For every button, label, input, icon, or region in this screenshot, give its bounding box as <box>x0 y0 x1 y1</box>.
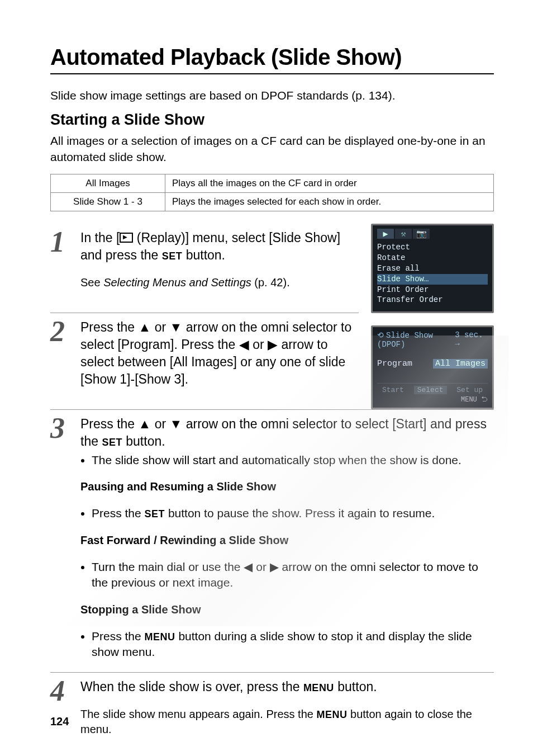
step-number: 4 <box>50 678 70 705</box>
bullet-item: Press the MENU button during a slide sho… <box>92 629 494 660</box>
page-title: Automated Playback (Slide Show) <box>50 45 494 70</box>
dpof-footer-select: Select <box>414 386 447 394</box>
step-lead: Press the ▲ or ▼ arrow on the omni selec… <box>80 415 494 450</box>
title-underline <box>50 73 494 74</box>
dpof-header-left: Slide Show (DPOF) <box>377 331 433 349</box>
option-label: All Images <box>51 174 165 193</box>
section-body: All images or a selection of images on a… <box>50 133 494 165</box>
menu-item: Transfer Order <box>377 295 488 305</box>
step-subtext: See Selecting Menus and Settings (p. 42)… <box>80 275 359 290</box>
left-arrow-icon: ◀ <box>239 337 249 352</box>
table-row: Slide Show 1 - 3 Plays the images select… <box>51 193 494 211</box>
step-number: 2 <box>50 319 70 345</box>
step-lead: When the slide show is over, press the M… <box>80 678 494 696</box>
menu-button-label: MENU <box>316 709 347 720</box>
menu-button-label: MENU <box>145 631 175 642</box>
right-arrow-icon: ▶ <box>268 337 278 352</box>
dpof-menu-hint: MENU ⮌ <box>377 395 488 404</box>
option-label: Slide Show 1 - 3 <box>51 193 165 211</box>
setup-tab-icon: ⚒ <box>395 229 412 239</box>
menu-item: Print Order <box>377 285 488 295</box>
step-4: 4 When the slide show is over, press the… <box>50 672 494 748</box>
sub-heading: Pausing and Resuming a Slide Show <box>80 479 494 494</box>
dpof-footer-start: Start <box>382 386 404 394</box>
sub-heading: Stopping a Slide Show <box>80 602 494 617</box>
bullet-item: The slide show will start and automatica… <box>92 452 494 468</box>
option-desc: Plays the images selected for each show … <box>165 193 494 211</box>
menu-item-selected: Slide Show… <box>377 274 488 285</box>
right-arrow-icon: ▶ <box>270 560 279 573</box>
options-table: All Images Plays all the images on the C… <box>50 174 494 211</box>
dpof-program-label: Program <box>377 359 412 368</box>
step-2: 2 Press the ▲ or ▼ arrow on the omni sel… <box>50 313 359 390</box>
step-number: 1 <box>50 229 70 256</box>
step-1: 1 In the [ (Replay)] menu, select [Slide… <box>50 224 359 301</box>
replay-tab-icon: ▶ <box>377 229 394 239</box>
step-number: 3 <box>50 415 70 442</box>
set-button-label: SET <box>162 251 183 262</box>
down-arrow-icon: ▼ <box>170 417 183 431</box>
sub-heading: Fast Forward / Rewinding a Slide Show <box>80 533 494 548</box>
step-3: 3 Press the ▲ or ▼ arrow on the omni sel… <box>50 409 494 661</box>
bullet-item: Turn the main dial or use the ◀ or ▶ arr… <box>92 559 494 591</box>
step-lead: In the [ (Replay)] menu, select [Slide S… <box>80 229 359 264</box>
set-button-label: SET <box>145 508 165 519</box>
dpof-all-images-value: All Images <box>433 359 488 368</box>
menu-item: Erase all <box>377 263 488 274</box>
dpof-header-right: 3 sec. → <box>455 330 488 349</box>
step-lead: Press the ▲ or ▼ arrow on the omni selec… <box>80 319 359 388</box>
menu-item: Protect <box>377 242 488 253</box>
dpof-footer-setup: Set up <box>456 386 483 394</box>
mycamera-tab-icon: 📷 <box>413 229 430 239</box>
down-arrow-icon: ▼ <box>170 320 183 334</box>
section-heading: Starting a Slide Show <box>50 111 494 129</box>
intro-paragraph: Slide show image settings are based on D… <box>50 88 494 103</box>
up-arrow-icon: ▲ <box>139 417 151 431</box>
step-subtext: The slide show menu appears again. Press… <box>80 707 494 737</box>
menu-button-label: MENU <box>303 682 334 693</box>
table-row: All Images Plays all the images on the C… <box>51 174 494 193</box>
menu-item: Rotate <box>377 253 488 263</box>
camera-menu-screenshot-1: ▶ ⚒ 📷 Protect Rotate Erase all Slide Sho… <box>371 224 494 313</box>
option-desc: Plays all the images on the CF card in o… <box>165 174 494 193</box>
bullet-item: Press the SET button to pause the show. … <box>92 505 494 521</box>
replay-icon <box>120 233 133 243</box>
camera-menu-list: Protect Rotate Erase all Slide Show… Pri… <box>377 242 488 305</box>
left-arrow-icon: ◀ <box>244 560 253 573</box>
set-button-label: SET <box>102 437 122 448</box>
page-number: 124 <box>50 715 69 728</box>
camera-menu-screenshot-2: ⟲Slide Show (DPOF) 3 sec. → Program All … <box>371 325 494 409</box>
up-arrow-icon: ▲ <box>139 320 151 334</box>
playback-dpof-icon: ⟲ <box>377 331 384 340</box>
